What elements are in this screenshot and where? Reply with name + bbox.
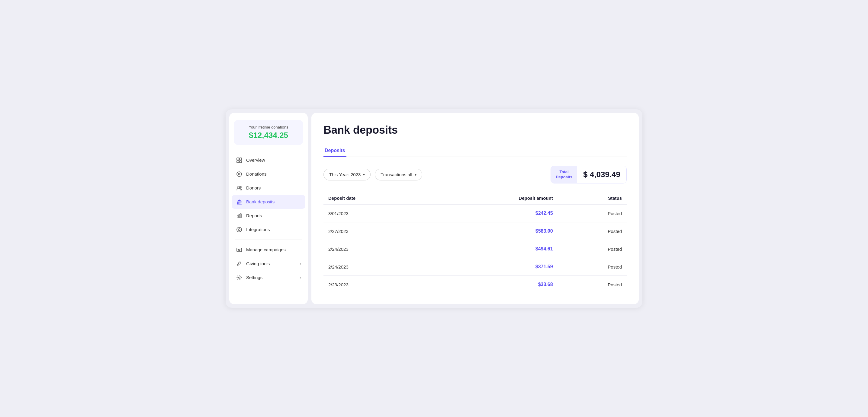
svg-rect-1 bbox=[240, 158, 242, 160]
transaction-filter-chevron-icon: ▾ bbox=[415, 173, 416, 177]
table-row[interactable]: 2/24/2023 $371.59 Posted bbox=[323, 258, 627, 276]
svg-point-4 bbox=[237, 172, 242, 176]
transaction-filter-label: Transactions all bbox=[380, 172, 412, 177]
cell-amount: $494.61 bbox=[430, 240, 558, 258]
svg-rect-7 bbox=[237, 202, 242, 203]
sidebar-item-label-bank-deposits: Bank deposits bbox=[246, 199, 301, 204]
sidebar-item-donors[interactable]: Donors bbox=[231, 181, 305, 195]
lifetime-value: $12,434.25 bbox=[240, 131, 297, 140]
table-row[interactable]: 3/01/2023 $242.45 Posted bbox=[323, 205, 627, 222]
main-content: Bank deposits Deposits This Year: 2023 ▾… bbox=[311, 113, 639, 305]
sidebar-item-label-giving-tools: Giving tools bbox=[246, 261, 296, 266]
integrations-icon bbox=[236, 226, 243, 233]
app-container: Your lifetime donations $12,434.25 Overv… bbox=[226, 109, 642, 308]
cell-status: Posted bbox=[558, 240, 627, 258]
cell-amount: $371.59 bbox=[430, 258, 558, 276]
sidebar-item-giving-tools[interactable]: Giving tools › bbox=[231, 257, 305, 271]
transaction-filter-button[interactable]: Transactions all ▾ bbox=[375, 169, 422, 180]
sidebar-item-label-integrations: Integrations bbox=[246, 227, 301, 232]
year-filter-button[interactable]: This Year: 2023 ▾ bbox=[323, 169, 371, 180]
users-icon bbox=[236, 185, 243, 191]
sidebar-item-donations[interactable]: Donations bbox=[231, 167, 305, 181]
sidebar-item-label-settings: Settings bbox=[246, 275, 296, 280]
svg-point-6 bbox=[240, 186, 241, 187]
total-deposits-box: TotalDeposits $ 4,039.49 bbox=[551, 166, 627, 184]
sidebar-item-label-donors: Donors bbox=[246, 185, 301, 190]
tabs-container: Deposits bbox=[323, 145, 627, 157]
bank-icon bbox=[236, 199, 243, 205]
svg-point-17 bbox=[238, 229, 240, 231]
cell-status: Posted bbox=[558, 258, 627, 276]
bar-chart-icon bbox=[236, 212, 243, 219]
table-row[interactable]: 2/27/2023 $583.00 Posted bbox=[323, 222, 627, 240]
year-filter-chevron-icon: ▾ bbox=[363, 173, 365, 177]
lifetime-donations-card: Your lifetime donations $12,434.25 bbox=[234, 120, 303, 145]
cell-date: 2/24/2023 bbox=[323, 258, 430, 276]
deposits-table: Deposit date Deposit amount Status 3/01/… bbox=[323, 192, 627, 293]
lifetime-label: Your lifetime donations bbox=[240, 125, 297, 130]
svg-rect-10 bbox=[240, 202, 240, 204]
page-title: Bank deposits bbox=[323, 124, 627, 136]
cell-amount: $33.68 bbox=[430, 276, 558, 293]
sidebar-item-bank-deposits[interactable]: Bank deposits bbox=[231, 195, 305, 209]
svg-point-21 bbox=[239, 249, 240, 250]
sidebar: Your lifetime donations $12,434.25 Overv… bbox=[229, 113, 308, 305]
heart-icon bbox=[236, 171, 243, 177]
svg-rect-0 bbox=[237, 158, 239, 160]
svg-rect-3 bbox=[240, 161, 242, 163]
svg-rect-2 bbox=[237, 161, 239, 163]
svg-rect-14 bbox=[239, 214, 240, 218]
sidebar-item-label-overview: Overview bbox=[246, 158, 301, 163]
cell-amount: $242.45 bbox=[430, 205, 558, 222]
grid-icon bbox=[236, 157, 243, 164]
giving-tools-chevron-icon: › bbox=[300, 261, 301, 266]
svg-point-5 bbox=[238, 186, 240, 188]
svg-rect-15 bbox=[240, 214, 242, 218]
svg-rect-9 bbox=[239, 202, 239, 204]
cell-status: Posted bbox=[558, 205, 627, 222]
sidebar-item-overview[interactable]: Overview bbox=[231, 153, 305, 167]
tab-deposits[interactable]: Deposits bbox=[323, 145, 346, 157]
campaigns-icon bbox=[236, 246, 243, 253]
tools-icon bbox=[236, 260, 243, 267]
cell-amount: $583.00 bbox=[430, 222, 558, 240]
sidebar-item-integrations[interactable]: Integrations bbox=[231, 223, 305, 237]
svg-point-23 bbox=[239, 277, 240, 278]
settings-icon bbox=[236, 274, 243, 281]
table-row[interactable]: 2/24/2023 $494.61 Posted bbox=[323, 240, 627, 258]
sidebar-item-label-reports: Reports bbox=[246, 213, 301, 218]
sidebar-item-manage-campaigns[interactable]: Manage campaigns bbox=[231, 243, 305, 257]
total-deposits-value: $ 4,039.49 bbox=[577, 166, 626, 183]
cell-status: Posted bbox=[558, 276, 627, 293]
cell-date: 2/27/2023 bbox=[323, 222, 430, 240]
table-row[interactable]: 2/23/2023 $33.68 Posted bbox=[323, 276, 627, 293]
cell-status: Posted bbox=[558, 222, 627, 240]
col-header-date: Deposit date bbox=[323, 192, 430, 205]
year-filter-label: This Year: 2023 bbox=[329, 172, 361, 177]
sidebar-item-label-donations: Donations bbox=[246, 171, 301, 176]
svg-rect-11 bbox=[241, 202, 241, 204]
col-header-status: Status bbox=[558, 192, 627, 205]
col-header-amount: Deposit amount bbox=[430, 192, 558, 205]
sidebar-divider bbox=[235, 240, 302, 240]
filters-bar: This Year: 2023 ▾ Transactions all ▾ Tot… bbox=[323, 166, 627, 184]
svg-rect-8 bbox=[238, 202, 238, 204]
cell-date: 2/23/2023 bbox=[323, 276, 430, 293]
sidebar-item-label-manage-campaigns: Manage campaigns bbox=[246, 247, 301, 252]
cell-date: 3/01/2023 bbox=[323, 205, 430, 222]
settings-chevron-icon: › bbox=[300, 275, 301, 280]
total-deposits-label: TotalDeposits bbox=[551, 166, 577, 183]
svg-rect-12 bbox=[237, 204, 242, 204]
cell-date: 2/24/2023 bbox=[323, 240, 430, 258]
svg-rect-13 bbox=[237, 216, 238, 218]
svg-rect-20 bbox=[237, 248, 242, 252]
sidebar-item-settings[interactable]: Settings › bbox=[231, 271, 305, 284]
sidebar-nav: Overview Donations bbox=[229, 153, 308, 297]
sidebar-item-reports[interactable]: Reports bbox=[231, 209, 305, 223]
